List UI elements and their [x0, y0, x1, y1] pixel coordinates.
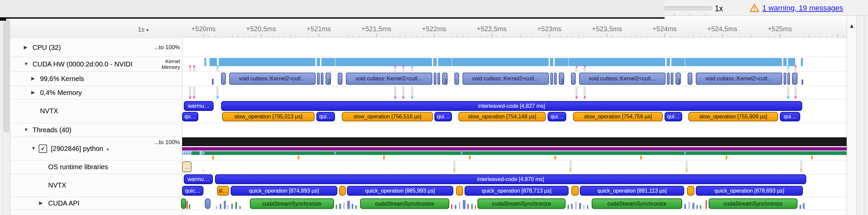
- nvtx-range-bar[interactable]: quick_operation [881,113 µs]: [580, 186, 684, 196]
- cuda-kernel-bar[interactable]: void cutlass::Kernel2<cutl…: [346, 73, 432, 85]
- memory-event-tick[interactable]: [411, 96, 413, 99]
- cuda-api-call-bar[interactable]: [803, 203, 805, 209]
- cuda-api-call-bar[interactable]: [455, 205, 456, 209]
- memory-event-tick[interactable]: [576, 96, 577, 99]
- tree-row-nvtx[interactable]: NVTX: [10, 174, 182, 197]
- cuda-api-call-bar[interactable]: [471, 204, 473, 209]
- nvtx-range-bar[interactable]: slow_operation [756,516 µs]: [342, 112, 433, 121]
- cuda-kernel-bar[interactable]: [321, 73, 323, 85]
- cuda-api-call-bar[interactable]: [451, 204, 452, 209]
- cuda-api-call-bar[interactable]: [579, 203, 581, 209]
- nvtx-range-bar[interactable]: quick_operation [874,893 µs]: [231, 186, 337, 196]
- cuda-api-call-bar[interactable]: …: [181, 198, 186, 209]
- gpu-kernel-occupancy-bar[interactable]: [671, 58, 685, 66]
- cuda-kernel-bar[interactable]: [802, 79, 803, 85]
- gpu-kernel-occupancy-bar[interactable]: [335, 58, 432, 66]
- chevron-down-icon[interactable]: ▾: [107, 147, 109, 152]
- os-runtime-event-tick[interactable]: [570, 168, 572, 172]
- cuda-api-call-bar[interactable]: [205, 198, 211, 209]
- nvtx-range-bar[interactable]: qui…: [665, 112, 682, 121]
- cuda-kernel-bar[interactable]: [445, 79, 447, 85]
- cuda-kernel-bar[interactable]: [550, 73, 553, 85]
- cuda-api-call-bar[interactable]: [700, 205, 701, 209]
- cuda-api-call-bar[interactable]: [231, 204, 233, 209]
- cuda-api-call-bar[interactable]: [706, 200, 707, 209]
- cuda-api-call-bar[interactable]: [696, 205, 698, 209]
- nvtx-range-bar[interactable]: quic…: [182, 186, 203, 196]
- memory-event-tick[interactable]: [189, 96, 191, 99]
- cuda-api-call-bar[interactable]: [571, 204, 573, 209]
- nvtx-range-bar[interactable]: qui…: [548, 112, 566, 121]
- memory-event-tick[interactable]: [189, 65, 191, 67]
- gpu-kernel-occupancy-bar[interactable]: [783, 58, 787, 66]
- cuda-api-call-bar[interactable]: [587, 205, 588, 209]
- cuda-kernel-bar[interactable]: [571, 73, 576, 85]
- nvtx-range-bar[interactable]: [571, 186, 579, 196]
- nvtx-range-bar[interactable]: warmu…: [184, 174, 213, 184]
- cuda-kernel-bar[interactable]: void cutlass::Kernel2<cutl…: [462, 73, 549, 85]
- cuda-kernel-bar[interactable]: [784, 73, 786, 85]
- nvtx-range-bar[interactable]: slow_operation [795,013 µs]: [222, 112, 315, 121]
- memory-event-tick[interactable]: [584, 96, 586, 99]
- memory-event-tick[interactable]: [402, 96, 404, 99]
- profiler-overhead-tick[interactable]: [811, 156, 813, 159]
- nvtx-range-bar[interactable]: qui…: [316, 112, 335, 121]
- gpu-kernel-occupancy-bar[interactable]: [317, 58, 320, 66]
- profiler-overhead-tick[interactable]: [640, 156, 642, 159]
- nvtx-range-bar[interactable]: interleaved-code [4,870 ms]: [215, 174, 806, 184]
- nvtx-range-bar[interactable]: warmu…: [184, 101, 214, 111]
- profiler-overhead-tick[interactable]: [554, 156, 556, 159]
- cuda-api-call-bar[interactable]: [189, 204, 190, 209]
- cuda-api-call-bar[interactable]: [583, 205, 585, 209]
- cuda-kernel-bar[interactable]: [221, 73, 226, 85]
- cuda-kernel-bar[interactable]: [338, 73, 342, 85]
- memory-event-tick[interactable]: [411, 65, 413, 67]
- memory-event-tick[interactable]: [795, 96, 796, 99]
- nvtx-range-bar[interactable]: quick_operation [878,713 µs]: [465, 186, 569, 196]
- nvtx-range-bar[interactable]: qui…: [780, 112, 800, 121]
- cuda-api-call-bar[interactable]: [467, 204, 469, 209]
- memory-event-tick[interactable]: [193, 65, 195, 67]
- thread-state-strip-running[interactable]: [182, 151, 847, 155]
- cuda-kernel-bar[interactable]: [787, 73, 790, 85]
- os-runtime-event-tick[interactable]: [800, 168, 802, 172]
- cuda-api-call-bar[interactable]: [186, 201, 188, 209]
- scroll-up-icon[interactable]: ▲: [847, 16, 856, 37]
- cuda-kernel-bar[interactable]: [454, 73, 459, 85]
- os-runtime-event-tick[interactable]: [202, 169, 204, 172]
- nvtx-range-bar[interactable]: slow_operation [754,148 µs]: [458, 112, 546, 121]
- cuda-api-call-bar[interactable]: [220, 204, 221, 209]
- nvtx-range-bar[interactable]: sl…: [217, 186, 229, 196]
- nvtx-range-bar[interactable]: quick_operation [885,993 µs]: [347, 186, 453, 196]
- cuda-kernel-bar[interactable]: [554, 73, 557, 85]
- cuda-kernel-bar[interactable]: [667, 73, 670, 85]
- nvtx-range-bar[interactable]: slow_operation [754,756 µs]: [573, 112, 663, 121]
- cuda-kernel-bar[interactable]: [562, 79, 564, 85]
- cuda-api-call-bar[interactable]: [575, 202, 577, 209]
- cuda-kernel-bar[interactable]: [688, 73, 692, 85]
- gpu-kernel-occupancy-bar[interactable]: [321, 58, 335, 66]
- nvtx-range-bar[interactable]: [456, 186, 463, 196]
- cuda-api-call-bar[interactable]: cudaStreamSynchronize: [592, 198, 682, 209]
- cuda-api-call-bar[interactable]: [355, 205, 357, 209]
- tree-row-99-6-kernels[interactable]: ▶99,6% Kernels: [10, 71, 182, 86]
- cuda-kernel-bar[interactable]: void cutlass::Kernel2<cutl…: [579, 73, 666, 85]
- cuda-api-call-bar[interactable]: [339, 204, 341, 209]
- cuda-api-call-bar[interactable]: [227, 205, 229, 209]
- cuda-kernel-bar[interactable]: [317, 73, 320, 85]
- cuda-api-call-bar[interactable]: [475, 205, 476, 209]
- gpu-kernel-occupancy-bar[interactable]: [569, 58, 665, 66]
- cuda-api-call-bar[interactable]: [688, 202, 690, 209]
- gpu-kernel-occupancy-bar[interactable]: [438, 58, 452, 66]
- cuda-api-call-bar[interactable]: [800, 205, 801, 209]
- cuda-api-call-bar[interactable]: cudaStreamSynchronize: [360, 198, 449, 209]
- memory-event-tick[interactable]: [394, 65, 396, 67]
- cuda-kernel-bar[interactable]: [671, 73, 673, 85]
- nvtx-range-bar[interactable]: qu…: [182, 112, 198, 121]
- cuda-api-call-bar[interactable]: cudaStreamSynchronize: [709, 198, 797, 209]
- cuda-kernel-bar[interactable]: [678, 79, 680, 85]
- cuda-api-call-bar[interactable]: [568, 205, 569, 209]
- tree-row-cuda-hw-0000-2d-00-0-nvidi[interactable]: ▼CUDA HW (0000:2d:00.0 - NVIDIKernelMemo…: [10, 57, 182, 71]
- gpu-kernel-occupancy-bar[interactable]: [433, 58, 437, 66]
- cuda-api-call-bar[interactable]: [343, 203, 345, 209]
